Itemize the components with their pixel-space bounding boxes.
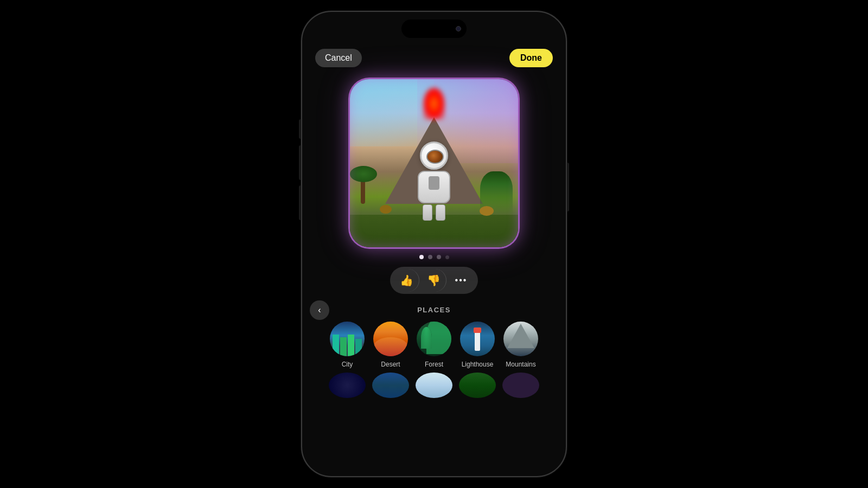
done-button[interactable]: Done	[509, 49, 553, 67]
dynamic-island	[401, 20, 467, 38]
snow-thumbnail	[416, 373, 452, 398]
suit-body	[418, 171, 450, 203]
places-section: ‹ PLACES City	[302, 300, 566, 476]
city-thumbnail	[330, 322, 365, 356]
eruption	[423, 87, 445, 120]
camera-dot	[456, 26, 461, 31]
rock-right	[480, 206, 494, 216]
visor	[426, 150, 444, 164]
thumbs-up-button[interactable]: 👍	[394, 269, 419, 292]
desert-thumbnail	[373, 322, 408, 356]
thumbs-down-button[interactable]: 👎	[422, 269, 446, 292]
place-label-desert: Desert	[381, 361, 400, 368]
back-icon: ‹	[318, 305, 321, 315]
place-label-lighthouse: Lighthouse	[462, 361, 494, 368]
phone-frame: Cancel Done	[301, 11, 567, 477]
more-button[interactable]: •••	[449, 269, 474, 292]
pagination-dots	[302, 247, 566, 264]
dot-4	[445, 255, 449, 259]
place-thumb-mountains	[502, 320, 539, 357]
place-label-forest: Forest	[425, 361, 443, 368]
place-thumb-forest	[416, 320, 452, 357]
forest-thumbnail	[417, 322, 451, 356]
phone-screen: Cancel Done	[302, 12, 566, 476]
main-image	[350, 79, 518, 247]
side-button-power	[567, 163, 569, 211]
place-item-ocean[interactable]	[370, 373, 411, 398]
place-label-mountains: Mountains	[506, 361, 535, 368]
place-thumb-snow	[416, 373, 452, 398]
thumbs-down-icon: 👎	[427, 274, 441, 287]
astronaut	[410, 142, 458, 217]
place-thumb-city	[329, 320, 366, 357]
back-button[interactable]: ‹	[310, 300, 329, 320]
rock-left	[380, 205, 392, 214]
place-thumb-jungle	[459, 373, 496, 398]
image-container	[302, 74, 566, 247]
helmet	[420, 142, 448, 170]
place-item-desert[interactable]: Desert	[370, 320, 411, 368]
more-icon: •••	[455, 275, 468, 285]
space-thumbnail	[329, 373, 366, 398]
places-header-row: ‹ PLACES	[302, 300, 566, 320]
phone-wrapper: Cancel Done	[301, 11, 567, 477]
dot-2	[428, 255, 432, 259]
cancel-button[interactable]: Cancel	[315, 49, 362, 67]
dot-1	[419, 255, 424, 259]
scene-background	[350, 79, 518, 247]
lighthouse-thumbnail	[460, 322, 495, 356]
place-item-city[interactable]: City	[327, 320, 368, 368]
place-thumb-desert	[372, 320, 409, 357]
place-thumb-lighthouse	[459, 320, 496, 357]
leg-left	[423, 204, 432, 221]
place-thumb-extra	[502, 373, 539, 398]
dot-3	[437, 255, 441, 259]
place-item-lighthouse[interactable]: Lighthouse	[457, 320, 498, 368]
place-item-space[interactable]	[327, 373, 368, 398]
action-bar: 👍 👎 •••	[302, 264, 566, 300]
places-grid-row2	[302, 368, 566, 398]
place-item-mountains[interactable]: Mountains	[500, 320, 541, 368]
thumbs-up-icon: 👍	[400, 274, 413, 287]
palm-tree	[361, 166, 365, 204]
place-thumb-ocean	[372, 373, 409, 398]
place-item-forest[interactable]: Forest	[413, 320, 455, 368]
place-thumb-space	[329, 373, 366, 398]
ocean-thumbnail	[372, 373, 409, 398]
place-item-snow[interactable]	[413, 373, 455, 398]
jungle-thumbnail	[459, 373, 496, 398]
action-group: 👍 👎 •••	[390, 267, 478, 294]
place-label-city: City	[342, 361, 353, 368]
places-grid: City Desert Forest	[302, 320, 566, 368]
mountains-thumbnail	[503, 322, 538, 356]
place-item-jungle[interactable]	[457, 373, 498, 398]
places-title: PLACES	[417, 306, 451, 314]
place-item-extra[interactable]	[500, 373, 541, 398]
suit-legs	[410, 204, 458, 221]
leg-right	[436, 204, 445, 221]
